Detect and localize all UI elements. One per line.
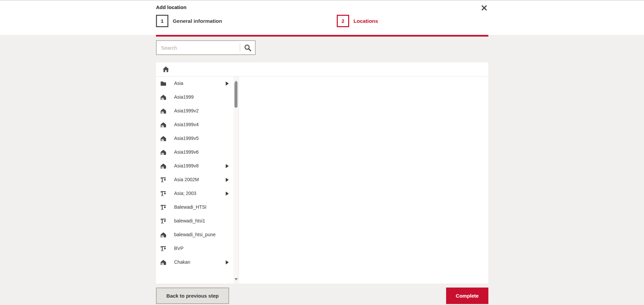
tree-item-label: BVP bbox=[174, 246, 218, 251]
close-icon bbox=[481, 5, 487, 11]
modal-header: Add location 1 General information 2 Loc… bbox=[0, 0, 644, 35]
home-button[interactable] bbox=[162, 66, 169, 73]
tree-item-label: Asia; 2003 bbox=[174, 191, 218, 196]
tree-item[interactable]: Asia 2002M bbox=[156, 173, 233, 187]
tree-item[interactable]: Asia1999v2 bbox=[156, 104, 233, 118]
expand-arrow-icon[interactable] bbox=[226, 82, 229, 86]
home-icon bbox=[162, 66, 169, 73]
tree-item-label: Asia1999v6 bbox=[174, 149, 218, 155]
search-button[interactable] bbox=[240, 41, 255, 54]
tree-item[interactable]: Asia1999 bbox=[156, 90, 233, 104]
tree-item-label: balewadi_htsi_pune bbox=[174, 232, 218, 238]
scroll-down-icon[interactable] bbox=[234, 276, 238, 282]
tree-detail-pane bbox=[239, 77, 488, 284]
tree-item-label: Asia1999v4 bbox=[174, 122, 218, 128]
warehouse-icon bbox=[160, 121, 167, 129]
step-label: Locations bbox=[354, 18, 378, 24]
expand-arrow-icon[interactable] bbox=[226, 164, 229, 168]
tree-item[interactable]: balewadi_htsi1 bbox=[156, 214, 233, 228]
warehouse-icon bbox=[160, 135, 167, 142]
tree-item-label: Asia1999v5 bbox=[174, 136, 218, 141]
warehouse-icon bbox=[160, 94, 167, 101]
search-icon bbox=[244, 44, 252, 52]
expand-arrow-icon[interactable] bbox=[226, 192, 229, 196]
tree-item-label: Balewadi_HTSI bbox=[174, 204, 218, 210]
tree-item[interactable]: Balewadi_HTSI bbox=[156, 200, 233, 214]
wizard-step-general-information[interactable]: 1 General information bbox=[156, 15, 222, 27]
back-to-previous-step-button[interactable]: Back to previous step bbox=[156, 288, 229, 304]
warehouse-icon bbox=[160, 231, 167, 239]
warehouse-icon bbox=[160, 259, 167, 266]
tree-item-label: balewadi_htsi1 bbox=[174, 218, 218, 224]
tree-item[interactable]: Asia1999v5 bbox=[156, 132, 233, 145]
warehouse-icon bbox=[160, 162, 167, 170]
tree-item[interactable]: Asia1999v8 bbox=[156, 159, 233, 173]
step-number-box: 1 bbox=[156, 15, 168, 27]
tree-item[interactable]: BVP bbox=[156, 242, 233, 255]
tree-item[interactable]: balewadi_htsi_pune bbox=[156, 228, 233, 242]
tree-item-label: Asia1999 bbox=[174, 94, 218, 100]
scrollbar-thumb[interactable] bbox=[234, 82, 237, 108]
tree-item[interactable]: Chakan bbox=[156, 255, 233, 269]
tree-item-label: Chakan bbox=[174, 259, 218, 265]
tree-item-label: Asia 2002M bbox=[174, 177, 218, 183]
crane-icon bbox=[160, 245, 167, 252]
tree-item[interactable]: Asia bbox=[156, 77, 233, 90]
close-button[interactable] bbox=[479, 3, 489, 13]
tree-breadcrumb-row bbox=[156, 62, 488, 77]
crane-icon bbox=[160, 217, 167, 225]
tree-item[interactable]: Asia; 2003 bbox=[156, 187, 233, 200]
tree-list: Asia bbox=[156, 77, 233, 284]
crane-icon bbox=[160, 204, 167, 211]
tree-body: Asia bbox=[156, 77, 488, 284]
tree-item[interactable]: Asia1999v6 bbox=[156, 145, 233, 159]
active-step-underline bbox=[156, 35, 488, 37]
tree-item-label: Asia bbox=[174, 81, 218, 86]
modal-footer: Back to previous step Complete bbox=[156, 288, 488, 304]
folder-icon bbox=[160, 80, 167, 87]
tree-item-label: Asia1999v8 bbox=[174, 163, 218, 169]
expand-arrow-icon[interactable] bbox=[226, 260, 229, 264]
tree-list-column: Asia bbox=[156, 77, 239, 284]
search-bar bbox=[156, 40, 256, 55]
modal-title: Add location bbox=[156, 4, 186, 10]
tree-item[interactable]: Asia1999v4 bbox=[156, 118, 233, 132]
expand-arrow-icon[interactable] bbox=[226, 178, 229, 182]
tree-scrollbar[interactable] bbox=[233, 77, 238, 284]
complete-button[interactable]: Complete bbox=[446, 288, 488, 304]
search-input[interactable] bbox=[157, 41, 240, 54]
warehouse-icon bbox=[160, 149, 167, 156]
crane-icon bbox=[160, 190, 167, 197]
warehouse-icon bbox=[160, 107, 167, 115]
crane-icon bbox=[160, 176, 167, 184]
tree-item-label: Asia1999v2 bbox=[174, 108, 218, 114]
step-number-box: 2 bbox=[337, 15, 349, 27]
step-label: General information bbox=[173, 18, 222, 24]
wizard-step-locations[interactable]: 2 Locations bbox=[337, 15, 378, 27]
location-tree-panel: Asia bbox=[156, 62, 488, 284]
